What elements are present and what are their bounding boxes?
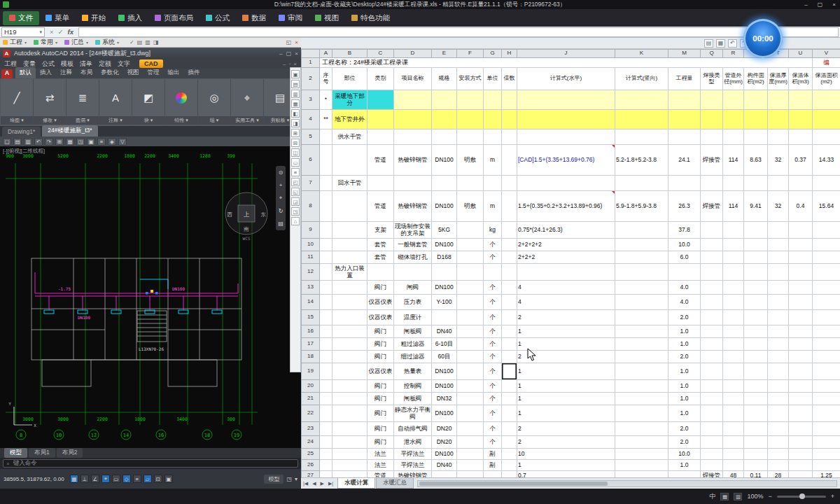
cell-J23[interactable]: 2 <box>517 422 615 436</box>
status-toggle-6[interactable]: ≡ <box>133 475 141 483</box>
cell-G26[interactable]: 副 <box>484 460 502 471</box>
cell-G18[interactable]: 个 <box>484 351 502 363</box>
side-toolbar-icon-11[interactable]: ◰ <box>291 178 300 186</box>
row-header-15[interactable]: 15 <box>302 310 320 326</box>
quick-toolbar-icon-11[interactable]: ▽ <box>118 138 127 146</box>
cell-R25[interactable] <box>723 449 744 460</box>
cell-C13[interactable]: 阀门 <box>368 281 394 295</box>
acad-ribbon-tab-0[interactable]: 默认 <box>15 67 36 78</box>
cell-C25[interactable]: 法兰 <box>368 449 394 460</box>
ribbon-tab-4[interactable]: 页面布局 <box>148 11 200 25</box>
cell-S13[interactable] <box>744 281 768 295</box>
row-header-13[interactable]: 13 <box>302 281 320 295</box>
nav-tool-icon-4[interactable]: ▤ <box>278 220 284 227</box>
cell-K9[interactable] <box>615 222 668 239</box>
navigation-bar[interactable]: ⊙+⌖↻▤ <box>276 166 286 230</box>
cell-D8[interactable]: 热镀锌钢管 <box>394 191 432 222</box>
cell-H16[interactable] <box>502 326 517 338</box>
status-toggle-9[interactable]: ▣ <box>164 475 173 483</box>
cell-K17[interactable] <box>615 338 668 351</box>
cell-M3[interactable] <box>668 90 701 110</box>
status-toggle-8[interactable]: ⊡ <box>154 475 162 483</box>
cell-G16[interactable]: 个 <box>484 326 502 338</box>
cell-B24[interactable] <box>332 436 368 449</box>
header-cell-name[interactable]: 项目名称 <box>394 68 432 90</box>
acad-ribbon-tab-7[interactable]: 输出 <box>164 67 184 78</box>
zoom-slider-thumb[interactable] <box>799 493 805 499</box>
cell-T15[interactable] <box>768 310 789 326</box>
cell-E3[interactable] <box>432 90 457 110</box>
cell-D17[interactable]: 粗过滤器 <box>394 338 432 351</box>
row-header-18[interactable]: 18 <box>302 351 320 363</box>
cell-K3[interactable] <box>615 90 668 110</box>
mini-toolbar-icon-1[interactable]: ▦ <box>716 39 725 48</box>
side-toolbar-icon-5[interactable]: ◨ <box>291 119 300 127</box>
cell-M22[interactable]: 1.0 <box>668 405 701 422</box>
side-toolbar-icon-3[interactable]: ▦ <box>291 99 300 108</box>
cell-J14[interactable]: 4 <box>517 295 615 310</box>
cell-D5[interactable] <box>394 130 432 145</box>
cell-A11[interactable] <box>320 251 332 264</box>
cell-J24[interactable]: 2 <box>517 436 615 449</box>
header-cell-vol[interactable]: 保温体积(m3) <box>789 68 813 90</box>
sheet-nav-icon-2[interactable]: ▶ <box>318 481 326 486</box>
cell-M7[interactable] <box>668 176 701 191</box>
cell-G27[interactable] <box>484 471 502 478</box>
row-header-24[interactable]: 24 <box>302 436 320 449</box>
cell-B5[interactable]: 供水干管 <box>332 130 368 145</box>
row-header-19[interactable]: 19 <box>302 363 320 380</box>
column-header-M[interactable]: M <box>668 50 701 58</box>
cell-U7[interactable] <box>789 176 813 191</box>
cell-J3[interactable] <box>517 90 615 110</box>
cell-K10[interactable] <box>615 239 668 251</box>
header-cell-od[interactable]: 管道外径(mm) <box>723 68 744 90</box>
cell-E18[interactable]: 60目 <box>432 351 457 363</box>
cell-F7[interactable] <box>457 176 484 191</box>
scrollbar-thumb[interactable] <box>419 482 608 486</box>
cell-D16[interactable]: 闸板阀 <box>394 326 432 338</box>
cell-V16[interactable] <box>813 326 840 338</box>
cell-H6[interactable] <box>502 145 517 176</box>
header-cell-ch[interactable]: 计算式(水平) <box>517 68 615 90</box>
sheet-nav-icon-1[interactable]: ◀ <box>310 481 318 486</box>
cell-G6[interactable]: m <box>484 145 502 176</box>
cell-H8[interactable] <box>502 191 517 222</box>
cell-C6[interactable]: 管道 <box>368 145 394 176</box>
cell-M6[interactable]: 24.1 <box>668 145 701 176</box>
cell-T18[interactable] <box>768 351 789 363</box>
row-header-14[interactable]: 14 <box>302 295 320 310</box>
cell-K22[interactable] <box>615 405 668 422</box>
nav-tool-icon-3[interactable]: ↻ <box>279 208 284 214</box>
cell-C12[interactable] <box>368 264 394 281</box>
header-cell-cat[interactable]: 类别 <box>368 68 394 90</box>
ribbon-tab-3[interactable]: 插入 <box>112 11 148 25</box>
cell-G21[interactable]: 个 <box>484 393 502 405</box>
cell-D15[interactable]: 温度计 <box>394 310 432 326</box>
cell-G12[interactable] <box>484 264 502 281</box>
cell-V24[interactable] <box>813 436 840 449</box>
cell-U16[interactable] <box>789 326 813 338</box>
header-cell-th[interactable]: 保温厚度(mm) <box>768 68 789 90</box>
cell-D7[interactable] <box>394 176 432 191</box>
cell-C17[interactable]: 阀门 <box>368 338 394 351</box>
cell-F9[interactable] <box>457 222 484 239</box>
row-header-1[interactable]: 1 <box>302 58 320 68</box>
cell-G17[interactable]: 个 <box>484 338 502 351</box>
cell-T16[interactable] <box>768 326 789 338</box>
cell-C4[interactable] <box>368 110 394 130</box>
cell-S12[interactable] <box>744 264 768 281</box>
row-header-26[interactable]: 26 <box>302 460 320 471</box>
cell-B14[interactable] <box>332 295 368 310</box>
cell-F24[interactable] <box>457 436 484 449</box>
cell-Q23[interactable] <box>701 422 723 436</box>
cell-M14[interactable]: 4.0 <box>668 295 701 310</box>
cell-U21[interactable] <box>789 393 813 405</box>
acad-panel-6[interactable]: ◎组 ▾ <box>198 79 231 125</box>
cell-A26[interactable] <box>320 460 332 471</box>
cell-H23[interactable] <box>502 422 517 436</box>
cell-T7[interactable] <box>768 176 789 191</box>
cell-R6[interactable]: 114 <box>723 145 744 176</box>
cell-V9[interactable] <box>813 222 840 239</box>
cell-U6[interactable]: 0.37 <box>789 145 813 176</box>
column-header-V[interactable]: V <box>813 50 840 58</box>
